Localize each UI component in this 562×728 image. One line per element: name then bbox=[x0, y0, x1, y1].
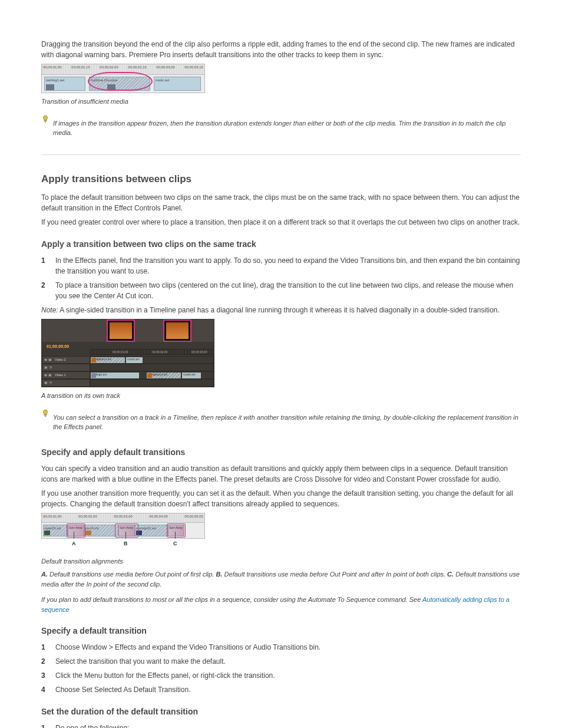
fig2-v2-clip-left: garagedoor.avi bbox=[91, 357, 125, 363]
fig2-lane-v1: writing1.avi garagedoor.avi rusart.avi bbox=[90, 371, 214, 379]
fig2-caption: A transition on its own track bbox=[41, 391, 521, 401]
fig3-ruler: 00;00;01;00 00;00;02;00 00;00;03;00 00;0… bbox=[42, 513, 204, 523]
fig1-tick-0: 00;00;01;00 bbox=[43, 65, 62, 70]
figure-default-alignments: 00;00;01;00 00;00;02;00 00;00;03;00 00;0… bbox=[41, 513, 205, 539]
s4-step4-num: 4 bbox=[41, 684, 49, 695]
figure-transition-own-track: 01;00;00;00 00;00;01;00 00;00;02;00 00;0… bbox=[41, 319, 214, 387]
section2-p1: To place the default transition between … bbox=[41, 192, 521, 213]
section-divider bbox=[41, 154, 521, 155]
note-label: Note: bbox=[41, 306, 58, 314]
svg-rect-3 bbox=[45, 416, 46, 416]
fig2-v1-clip-right-a: garagedoor.avi bbox=[147, 373, 181, 378]
fig3-clip-3: starsign01.avi bbox=[135, 525, 168, 536]
fig3-highlight-b bbox=[115, 523, 138, 538]
s4-step1: Choose Window > Effects and expand the V… bbox=[55, 642, 521, 653]
svg-rect-1 bbox=[45, 121, 46, 122]
fig1-tick-5: 00;00;03;15 bbox=[184, 65, 203, 70]
callout-c: C bbox=[173, 540, 177, 548]
section-apply-title: Apply transitions between clips bbox=[41, 172, 521, 187]
intro-paragraph: Dragging the transition beyond the end o… bbox=[41, 39, 521, 60]
fig3-legend: A. Default transitions use media before … bbox=[41, 569, 521, 589]
svg-rect-2 bbox=[44, 414, 47, 415]
s4-step1-num: 1 bbox=[41, 642, 49, 653]
s4-step4: Choose Set Selected As Default Transitio… bbox=[55, 684, 521, 695]
step-2-num: 2 bbox=[41, 280, 49, 301]
fig2-ruler: 00;00;01;00 00;00;02;00 00;00;03;00 bbox=[90, 349, 214, 355]
fig3-tick-2: 00;00;03;00 bbox=[114, 514, 133, 522]
fig3-tick-3: 00;00;04;00 bbox=[149, 514, 168, 522]
tip3-text: If you plan to add default transitions t… bbox=[41, 596, 421, 603]
fig2-thumb-left bbox=[107, 319, 135, 342]
fig1-thumb-left bbox=[46, 84, 54, 90]
section2-p2: If you need greater control over where t… bbox=[41, 217, 521, 228]
fig2-tick-1: 00;00;02;00 bbox=[152, 350, 167, 355]
lightbulb-icon bbox=[41, 115, 49, 126]
sub-apply-same-track: Apply a transition between two clips on … bbox=[41, 238, 521, 251]
figure-insufficient-media: 00;00;01;00 00;00;01;15 00;00;02;00 00;0… bbox=[41, 64, 205, 93]
svg-rect-0 bbox=[44, 120, 47, 121]
fig2-lane-v2: garagedoor.avi rusart.avi bbox=[90, 356, 214, 364]
fig2-track-v1-head: ◉ ▣ Video 1 bbox=[42, 371, 90, 379]
callout-b: B bbox=[124, 540, 128, 548]
section3-p2: If you use another transition more frequ… bbox=[41, 488, 521, 509]
fig2-row-spacer1: ▣ ◔ bbox=[42, 364, 214, 371]
step-2-text: To place a transition between two clips … bbox=[55, 280, 521, 301]
fig2-timecode: 01;00;00;00 bbox=[47, 344, 69, 350]
sub-specify-default-transition: Specify a default transition bbox=[41, 625, 521, 637]
fig2-tick-2: 00;00;03;00 bbox=[191, 350, 207, 355]
step-2-row: 2 To place a transition between two clip… bbox=[41, 280, 521, 301]
fig2-v1-clip-left: writing1.avi bbox=[91, 373, 139, 378]
fig1-tick-4: 00;00;03;00 bbox=[156, 65, 175, 70]
sub-specify-default: Specify and apply default transitions bbox=[41, 446, 521, 459]
fig3-tick-0: 00;00;01;00 bbox=[43, 514, 62, 522]
fig2-track-v2-head: ◉ ▣ Video 2 bbox=[42, 356, 90, 364]
step-1-row: 1 In the Effects panel, find the transit… bbox=[41, 255, 521, 276]
fig3-highlight-a bbox=[67, 523, 85, 538]
fig2-row-v1: ◉ ▣ Video 1 writing1.avi garagedoor.avi … bbox=[42, 371, 214, 379]
tip2-row: You can select a transition on a track i… bbox=[41, 409, 521, 436]
fig3-callouts: A B C bbox=[41, 539, 205, 553]
s5-step1: Do one of the following: bbox=[55, 723, 521, 728]
fig1-tick-1: 00;00;01;15 bbox=[71, 65, 90, 70]
step-1-text: In the Effects panel, find the transitio… bbox=[55, 255, 521, 276]
lightbulb-icon bbox=[41, 409, 49, 420]
fig2-thumb-right bbox=[163, 319, 191, 342]
sub-set-duration: Set the duration of the default transiti… bbox=[41, 706, 521, 718]
note-text: A single-sided transition in a Timeline … bbox=[59, 306, 499, 314]
fig2-body: 01;00;00;00 00;00;01;00 00;00;02;00 00;0… bbox=[42, 342, 214, 387]
callout-a: A bbox=[72, 540, 76, 548]
fig1-tick-2: 00;00;02;00 bbox=[100, 65, 118, 70]
tip2-text: You can select a transition on a track i… bbox=[53, 413, 521, 432]
fig3-caption: Default transition alignments bbox=[41, 556, 521, 566]
step-1-num: 1 bbox=[41, 255, 49, 276]
fig2-row-v2: ◉ ▣ Video 2 garagedoor.avi rusart.avi bbox=[42, 356, 214, 364]
fig1-clip-right: rustic.avi bbox=[154, 77, 201, 91]
fig3-clip-2: porch.chi bbox=[84, 525, 118, 536]
fig1-clip-right-label: rustic.avi bbox=[156, 78, 170, 82]
fig3-highlight-c bbox=[167, 523, 186, 538]
fig2-tick-0: 00;00;01;00 bbox=[113, 350, 128, 355]
tip1-text: If images in the transition appear froze… bbox=[53, 118, 521, 138]
s4-step3-num: 3 bbox=[41, 670, 49, 681]
fig2-v2-clip-right: rusart.avi bbox=[126, 357, 143, 363]
fig3-tick-4: 00;00;05;00 bbox=[184, 514, 203, 522]
s4-step2: Select the transition that you want to m… bbox=[55, 656, 521, 667]
s4-step2-num: 2 bbox=[41, 656, 49, 667]
tip3-row: If you plan to add default transitions t… bbox=[41, 595, 521, 614]
fig2-v1-clip-right-b: rusart.avi bbox=[182, 373, 201, 378]
s5-step1-num: 1 bbox=[41, 723, 49, 728]
section3-p1: You can specify a video transition and a… bbox=[41, 463, 521, 485]
fig1-clip-left: twirling1.avi bbox=[44, 77, 85, 91]
tip1-row: If images in the transition appear froze… bbox=[41, 115, 521, 141]
fig1-tick-3: 00;00;02;15 bbox=[128, 65, 147, 70]
fig1-caption: Transition of insufficient media bbox=[41, 97, 521, 107]
fig2-row-spacer2: ▣ ◔ bbox=[42, 379, 214, 387]
fig3-clip-1: ropes01.avi bbox=[43, 525, 68, 536]
fig3-tick-1: 00;00;02;00 bbox=[78, 514, 97, 522]
s4-step3: Click the Menu button for the Effects pa… bbox=[55, 670, 521, 681]
fig1-clip-left-label: twirling1.avi bbox=[46, 78, 64, 82]
fig1-highlight-oval bbox=[88, 72, 153, 91]
